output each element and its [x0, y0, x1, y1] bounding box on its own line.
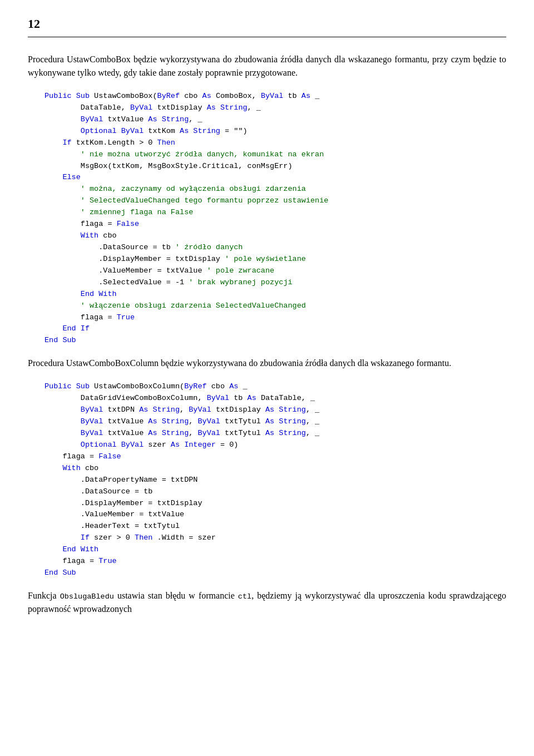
page-divider	[28, 37, 506, 37]
code-block-1: Public Sub UstawComboBox(ByRef cbo As Co…	[44, 91, 506, 347]
paragraph-1: Procedura UstawComboBox będzie wykorzyst…	[28, 53, 506, 80]
page-number: 12	[28, 17, 506, 31]
paragraph-3: Funkcja ObslugaBledu ustawia stan błędu …	[28, 589, 506, 616]
code-block-2: Public Sub UstawComboBoxColumn(ByRef cbo…	[44, 381, 506, 579]
paragraph-2: Procedura UstawComboBoxColumn będzie wyk…	[28, 357, 506, 370]
